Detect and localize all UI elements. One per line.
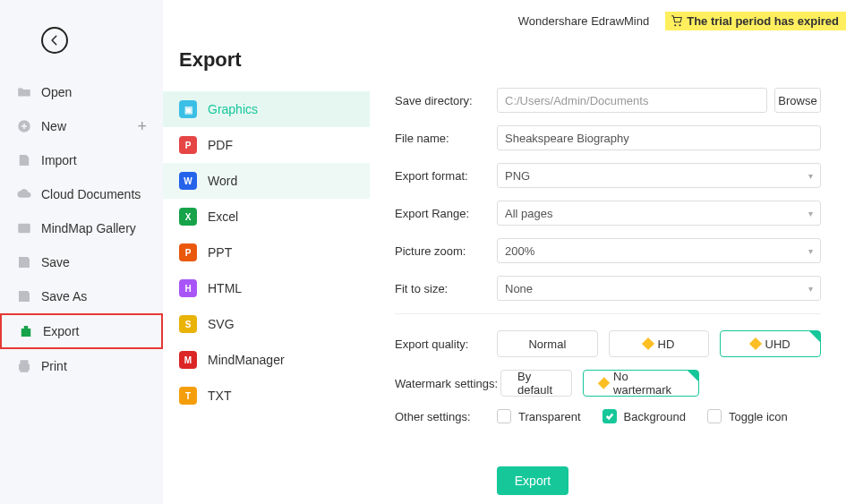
export-button[interactable]: Export — [497, 466, 568, 495]
export-format-select[interactable]: PNG▾ — [497, 163, 821, 188]
format-item-ppt[interactable]: P PPT — [163, 235, 370, 270]
format-item-graphics[interactable]: ▣ Graphics — [163, 91, 370, 127]
svg-icon: S — [179, 315, 197, 333]
cart-icon — [671, 14, 683, 27]
format-label: MindManager — [208, 353, 285, 367]
back-button[interactable] — [41, 27, 68, 54]
gallery-icon — [16, 220, 32, 236]
export-icon — [18, 323, 34, 339]
format-item-svg[interactable]: S SVG — [163, 306, 370, 342]
nav-label: Import — [41, 153, 77, 167]
save-icon — [16, 254, 32, 270]
mindmanager-icon: M — [179, 351, 197, 369]
nav-item-save[interactable]: Save — [0, 245, 163, 279]
save-as-icon — [16, 288, 32, 304]
label-file-name: File name: — [395, 132, 497, 145]
format-label: SVG — [208, 317, 235, 331]
chevron-down-icon: ▾ — [808, 284, 813, 294]
browse-button[interactable]: Browse — [774, 88, 821, 113]
format-label: TXT — [208, 389, 231, 403]
top-bar: Wondershare EdrawMind The trial period h… — [370, 11, 846, 30]
nav-label: Save As — [41, 289, 87, 303]
word-icon: W — [179, 172, 197, 190]
file-name-input[interactable] — [497, 125, 821, 150]
watermark-none-button[interactable]: No wartermark — [583, 370, 699, 397]
nav-label: Open — [41, 85, 72, 99]
diamond-icon — [598, 377, 610, 389]
nav-label: New — [41, 119, 66, 133]
add-icon[interactable]: + — [137, 117, 147, 136]
nav-label: Save — [41, 255, 70, 269]
format-item-pdf[interactable]: P PDF — [163, 127, 370, 163]
label-watermark: Watermark settings: — [395, 377, 500, 390]
checkbox-icon — [497, 409, 511, 423]
format-label: HTML — [208, 281, 242, 295]
graphics-icon: ▣ — [179, 100, 197, 118]
ppt-icon: P — [179, 243, 197, 261]
nav-item-save-as[interactable]: Save As — [0, 279, 163, 313]
nav-item-gallery[interactable]: MindMap Gallery — [0, 211, 163, 245]
export-format-panel: Export ▣ Graphics P PDF W Word X Excel P… — [163, 0, 370, 504]
pdf-icon: P — [179, 136, 197, 154]
nav-label: Export — [43, 324, 79, 338]
nav-item-print[interactable]: Print — [0, 349, 163, 383]
format-label: PDF — [208, 138, 233, 152]
nav-item-import[interactable]: Import — [0, 143, 163, 177]
folder-icon — [16, 84, 32, 100]
format-item-excel[interactable]: X Excel — [163, 199, 370, 235]
excel-icon: X — [179, 208, 197, 226]
trial-text: The trial period has expired — [687, 14, 839, 28]
checkbox-toggle-icon[interactable]: Toggle icon — [707, 409, 788, 423]
format-item-word[interactable]: W Word — [163, 163, 370, 199]
plus-circle-icon — [16, 118, 32, 134]
fit-to-size-select[interactable]: None▾ — [497, 276, 821, 301]
html-icon: H — [179, 279, 197, 297]
nav-item-export[interactable]: Export — [0, 313, 163, 349]
arrow-left-icon — [48, 34, 61, 47]
chevron-down-icon: ▾ — [808, 246, 813, 256]
nav-label: Cloud Documents — [41, 187, 141, 201]
label-fit-to-size: Fit to size: — [395, 282, 497, 295]
quality-normal-button[interactable]: Normal — [497, 330, 598, 357]
import-icon — [16, 152, 32, 168]
format-label: Excel — [208, 209, 238, 224]
picture-zoom-select[interactable]: 200%▾ — [497, 238, 821, 263]
divider — [395, 313, 821, 314]
sidebar-file-menu: Open New + Import Cloud Documents MindMa… — [0, 0, 163, 504]
nav-item-cloud[interactable]: Cloud Documents — [0, 177, 163, 211]
format-item-mindmanager[interactable]: M MindManager — [163, 342, 370, 378]
label-export-range: Export Range: — [395, 207, 497, 220]
chevron-down-icon: ▾ — [808, 171, 813, 181]
svg-rect-1 — [18, 224, 30, 234]
label-other-settings: Other settings: — [395, 410, 497, 423]
export-settings-panel: Wondershare EdrawMind The trial period h… — [370, 0, 846, 504]
checkbox-background[interactable]: Background — [602, 409, 686, 423]
export-range-select[interactable]: All pages▾ — [497, 201, 821, 226]
quality-hd-button[interactable]: HD — [609, 330, 710, 357]
format-item-html[interactable]: H HTML — [163, 270, 370, 306]
nav-label: MindMap Gallery — [41, 221, 136, 235]
chevron-down-icon: ▾ — [808, 209, 813, 218]
checkbox-checked-icon — [602, 409, 617, 423]
nav-label: Print — [41, 359, 67, 373]
trial-expired-banner[interactable]: The trial period has expired — [665, 12, 846, 30]
label-export-format: Export format: — [395, 169, 497, 183]
nav-item-open[interactable]: Open — [0, 75, 163, 109]
quality-uhd-button[interactable]: UHD — [720, 330, 821, 357]
brand-label: Wondershare EdrawMind — [518, 14, 649, 28]
checkbox-transparent[interactable]: Transparent — [497, 409, 581, 423]
save-directory-input[interactable] — [497, 88, 767, 113]
label-picture-zoom: Picture zoom: — [395, 244, 497, 258]
diamond-icon — [642, 337, 654, 350]
format-label: PPT — [208, 245, 232, 260]
nav-item-new[interactable]: New + — [0, 109, 163, 143]
print-icon — [16, 358, 32, 374]
format-label: Word — [208, 174, 237, 188]
checkbox-icon — [707, 409, 722, 423]
format-label: Graphics — [208, 102, 258, 116]
diamond-icon — [749, 337, 762, 350]
txt-icon: T — [179, 387, 197, 405]
format-item-txt[interactable]: T TXT — [163, 378, 370, 414]
watermark-default-button[interactable]: By default — [500, 370, 572, 397]
export-title: Export — [179, 48, 370, 72]
